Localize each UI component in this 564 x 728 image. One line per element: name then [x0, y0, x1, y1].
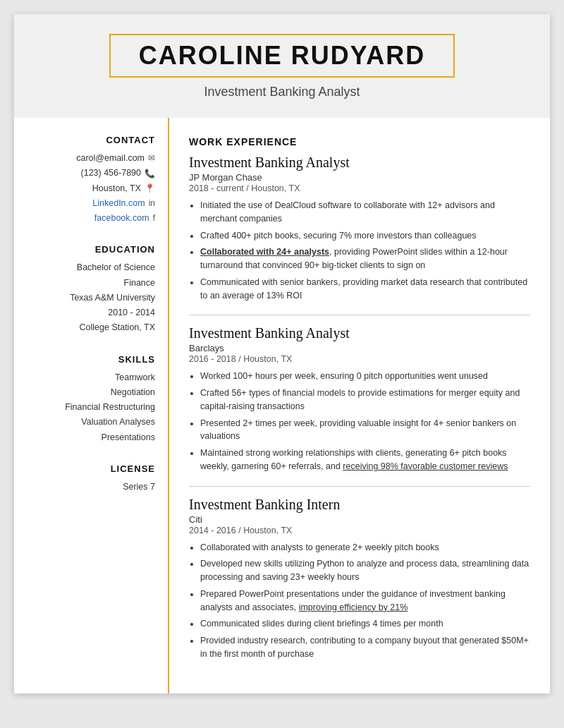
location-icon: 📍 — [145, 181, 155, 195]
edu-location-text: College Station, TX — [80, 320, 155, 335]
main-content: WORK EXPERIENCE Investment Banking Analy… — [169, 118, 550, 693]
job-3-company: Citi — [189, 514, 530, 525]
facebook-item[interactable]: facebook.com f — [31, 211, 155, 226]
license-section: LICENSE Series 7 — [31, 463, 155, 495]
job-3-bullets: Collaborated with analysts to generate 2… — [200, 541, 530, 661]
candidate-name: CAROLINE RUDYARD — [139, 41, 426, 71]
email-text: carol@email.com — [76, 151, 145, 166]
job-1-bullets: Initiated the use of DealCloud software … — [200, 199, 530, 302]
job-1-title: Investment Banking Analyst — [189, 154, 530, 171]
sidebar: CONTACT carol@email.com ✉ (123) 456-7890… — [14, 118, 169, 693]
job-2-meta: 2016 - 2018 / Houston, TX — [189, 354, 530, 364]
job-1: Investment Banking Analyst JP Morgan Cha… — [189, 154, 530, 302]
skill-valuation: Valuation Analyses — [31, 415, 155, 430]
job-3: Investment Banking Intern Citi 2014 - 20… — [189, 497, 530, 661]
field-item: Finance — [31, 276, 155, 291]
skills-section: SKILLS Teamwork Negotiation Financial Re… — [31, 354, 155, 445]
contact-title: CONTACT — [31, 135, 155, 145]
location-text: Houston, TX — [92, 181, 141, 196]
resume-container: CAROLINE RUDYARD Investment Banking Anal… — [14, 14, 550, 693]
job-1-bullet-4: Communicated with senior bankers, provid… — [200, 276, 530, 303]
degree-item: Bachelor of Science — [31, 260, 155, 275]
edu-years-text: 2010 - 2014 — [108, 305, 155, 320]
license-value-text: Series 7 — [123, 480, 155, 495]
candidate-title: Investment Banking Analyst — [42, 85, 522, 108]
job-2-bullet-4: Maintained strong working relationships … — [200, 447, 530, 473]
job-3-meta: 2014 - 2016 / Houston, TX — [189, 526, 530, 535]
job-3-bullet-4: Communicated slides during client briefi… — [200, 617, 530, 631]
university-text: Texas A&M University — [70, 291, 155, 305]
skills-title: SKILLS — [31, 354, 155, 365]
skill-presentations: Presentations — [31, 430, 155, 445]
work-experience-title: WORK EXPERIENCE — [189, 136, 530, 147]
edu-years-item: 2010 - 2014 — [31, 305, 155, 320]
university-item: Texas A&M University — [31, 291, 155, 305]
job-2-company: Barclays — [189, 343, 530, 353]
body: CONTACT carol@email.com ✉ (123) 456-7890… — [14, 118, 550, 693]
license-title: LICENSE — [31, 463, 155, 474]
divider-1 — [189, 315, 530, 315]
linkedin-link[interactable]: LinkedIn.com — [92, 196, 145, 211]
job-1-bullet-2: Crafted 400+ pitch books, securing 7% mo… — [200, 229, 530, 243]
job-2-bullet-1: Worked 100+ hours per week, ensuring 0 p… — [200, 370, 530, 383]
job-3-bullet-1: Collaborated with analysts to generate 2… — [200, 541, 530, 554]
job-2: Investment Banking Analyst Barclays 2016… — [189, 325, 530, 473]
job-1-meta: 2018 - current / Houston, TX — [189, 183, 530, 193]
facebook-icon: f — [153, 211, 155, 225]
skill-financial: Financial Restructuring — [31, 400, 155, 415]
linkedin-icon: in — [149, 196, 155, 210]
job-3-bullet-5: Provided industry research, contributing… — [200, 634, 530, 661]
contact-section: CONTACT carol@email.com ✉ (123) 456-7890… — [31, 135, 155, 226]
name-box: CAROLINE RUDYARD — [109, 34, 455, 78]
email-icon: ✉ — [148, 151, 155, 165]
job-2-title: Investment Banking Analyst — [189, 325, 530, 341]
education-section: EDUCATION Bachelor of Science Finance Te… — [31, 244, 155, 335]
skill-teamwork: Teamwork — [31, 370, 155, 385]
job-3-bullet-2: Developed new skills utilizing Python to… — [200, 557, 530, 584]
job-3-bullet-3: Prepared PowerPoint presentations under … — [200, 588, 530, 614]
divider-2 — [189, 486, 530, 487]
edu-location-item: College Station, TX — [31, 320, 155, 335]
job-3-title: Investment Banking Intern — [189, 497, 530, 513]
job-1-company: JP Morgan Chase — [189, 172, 530, 183]
phone-item: (123) 456-7890 📞 — [31, 166, 155, 181]
license-value-item: Series 7 — [31, 480, 155, 495]
phone-icon: 📞 — [145, 166, 155, 181]
job-1-bullet-3: Collaborated with 24+ analysts, providin… — [200, 245, 530, 272]
job-1-bullet-1: Initiated the use of DealCloud software … — [200, 199, 530, 226]
phone-text: (123) 456-7890 — [81, 166, 141, 181]
field-text: Finance — [124, 276, 155, 291]
facebook-link[interactable]: facebook.com — [94, 211, 149, 226]
job-2-bullet-3: Presented 2+ times per week, providing v… — [200, 417, 530, 444]
location-item: Houston, TX 📍 — [31, 181, 155, 196]
skill-negotiation: Negotiation — [31, 385, 155, 400]
job-2-bullet-2: Crafted 56+ types of financial models to… — [200, 387, 530, 413]
email-item: carol@email.com ✉ — [31, 151, 155, 166]
header: CAROLINE RUDYARD Investment Banking Anal… — [14, 14, 550, 118]
education-title: EDUCATION — [31, 244, 155, 255]
linkedin-item[interactable]: LinkedIn.com in — [31, 196, 155, 211]
job-2-bullets: Worked 100+ hours per week, ensuring 0 p… — [200, 370, 530, 473]
degree-text: Bachelor of Science — [77, 260, 155, 275]
